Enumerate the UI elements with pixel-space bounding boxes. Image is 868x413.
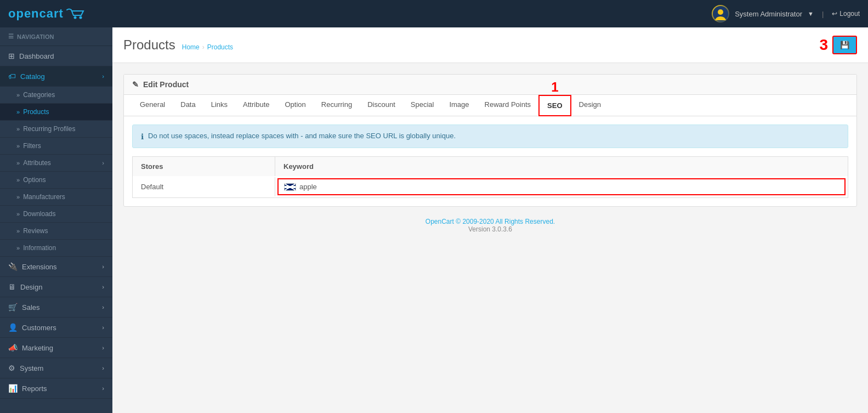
sidebar-nav-header: ☰ NAVIGATION	[0, 27, 112, 46]
avatar	[712, 5, 729, 22]
sidebar-item-reports[interactable]: 📊 Reports ›	[0, 378, 112, 399]
product-edit-card: ✎ Edit Product General Data Links Attrib…	[123, 74, 857, 207]
sidebar-item-reviews[interactable]: Reviews	[0, 223, 112, 240]
keyword-input[interactable]	[299, 183, 839, 191]
reports-icon: 📊	[8, 384, 18, 393]
sidebar-item-label: Reports	[22, 384, 47, 393]
seo-alert: ℹ Do not use spaces, instead replace spa…	[132, 125, 848, 148]
sidebar-item-information[interactable]: Information	[0, 240, 112, 257]
tab-recurring[interactable]: Recurring	[314, 95, 360, 116]
chevron-right-icon: ›	[102, 284, 104, 290]
sidebar-item-manufacturers[interactable]: Manufacturers	[0, 189, 112, 206]
sidebar-item-dashboard[interactable]: ⊞ Dashboard	[0, 46, 112, 66]
main-content: ✎ Edit Product General Data Links Attrib…	[112, 63, 868, 413]
sidebar-item-system[interactable]: ⚙ System ›	[0, 358, 112, 378]
breadcrumb-home[interactable]: Home	[182, 43, 200, 51]
chevron-right-icon: ›	[102, 73, 104, 80]
chevron-right-icon: ›	[102, 324, 104, 331]
store-cell: Default	[133, 177, 275, 196]
flag-gb-icon	[284, 183, 296, 191]
sidebar-item-label: Extensions	[22, 263, 57, 271]
extensions-icon: 🔌	[8, 262, 18, 271]
sidebar-item-label: Catalog	[20, 72, 45, 81]
sidebar-item-attributes[interactable]: Attributes ›	[0, 155, 112, 172]
tab-seo-wrap: 1 SEO	[538, 95, 571, 116]
tab-reward-points[interactable]: Reward Points	[477, 95, 539, 116]
tab-data[interactable]: Data	[173, 95, 203, 116]
sidebar-item-options[interactable]: Options	[0, 172, 112, 189]
seo-table-header: Stores Keyword	[132, 156, 848, 176]
dashboard-icon: ⊞	[8, 52, 15, 60]
sidebar-item-downloads[interactable]: Downloads	[0, 206, 112, 223]
sidebar-item-label: Sales	[22, 303, 40, 312]
sidebar-item-filters[interactable]: Filters	[0, 138, 112, 155]
annotation-1: 1	[551, 80, 558, 95]
tab-links[interactable]: Links	[203, 95, 235, 116]
tab-image[interactable]: Image	[441, 95, 476, 116]
user-dropdown-arrow[interactable]: ▼	[808, 10, 814, 17]
sidebar-item-catalog[interactable]: 🏷 Catalog ›	[0, 66, 112, 87]
sidebar-item-extensions[interactable]: 🔌 Extensions ›	[0, 257, 112, 277]
logout-label: Logout	[839, 10, 860, 18]
save-icon: 💾	[840, 41, 849, 49]
content-area: Products Home › Products 3 💾 ✎ Edit Prod…	[112, 27, 868, 413]
sidebar-item-products[interactable]: Products	[0, 104, 112, 121]
sidebar-item-label: Categories	[23, 91, 55, 99]
sales-icon: 🛒	[8, 303, 18, 312]
info-icon: ℹ	[141, 132, 144, 141]
card-title: Edit Product	[143, 80, 189, 89]
col-header-keyword: Keyword	[275, 157, 848, 176]
sidebar-item-label: Reviews	[23, 227, 48, 235]
logo-cart-icon	[66, 8, 86, 20]
customers-icon: 👤	[8, 323, 18, 332]
table-row: 2 Default	[132, 176, 848, 198]
logo: opencart	[8, 7, 86, 21]
save-button[interactable]: 💾	[832, 36, 857, 54]
tab-general[interactable]: General	[132, 95, 173, 116]
sidebar-item-customers[interactable]: 👤 Customers ›	[0, 318, 112, 338]
breadcrumb-products[interactable]: Products	[207, 43, 233, 51]
sidebar-item-design[interactable]: 🖥 Design ›	[0, 277, 112, 297]
page-title-area: Products Home › Products	[123, 37, 233, 53]
sidebar-item-label: Marketing	[22, 344, 53, 352]
sidebar-item-label: Products	[23, 108, 49, 116]
chevron-right-icon: ›	[102, 263, 104, 270]
page-title: Products	[123, 37, 175, 53]
sidebar-item-label: Attributes	[23, 159, 51, 167]
logout-button[interactable]: ↩ Logout	[832, 10, 860, 18]
breadcrumb: Home › Products	[182, 43, 233, 51]
tab-special[interactable]: Special	[403, 95, 442, 116]
col-header-store: Stores	[133, 157, 275, 176]
sidebar-item-label: Design	[20, 283, 42, 291]
tab-option[interactable]: Option	[277, 95, 314, 116]
page-footer: OpenCart © 2009-2020 All Rights Reserved…	[123, 207, 857, 244]
sidebar-item-marketing[interactable]: 📣 Marketing ›	[0, 338, 112, 358]
sidebar-item-label: Recurring Profiles	[23, 125, 75, 133]
main-layout: ☰ NAVIGATION ⊞ Dashboard 🏷 Catalog › Cat…	[0, 27, 868, 413]
hamburger-icon: ☰	[8, 33, 14, 40]
svg-point-0	[73, 16, 76, 19]
catalog-icon: 🏷	[8, 72, 16, 81]
version-text: Version 3.0.3.6	[134, 225, 846, 233]
page-header: Products Home › Products 3 💾	[112, 27, 868, 63]
keyword-input-wrap	[284, 183, 839, 191]
product-tabs: General Data Links Attribute Option Recu…	[124, 95, 856, 116]
tab-discount[interactable]: Discount	[360, 95, 403, 116]
system-icon: ⚙	[8, 364, 15, 372]
chevron-right-icon: ›	[102, 365, 104, 371]
user-name: System Administrator	[735, 10, 802, 18]
sidebar-item-label: Filters	[23, 142, 41, 150]
tab-seo[interactable]: SEO	[538, 95, 571, 116]
tab-attribute[interactable]: Attribute	[235, 95, 277, 116]
copyright-text: OpenCart © 2009-2020 All Rights Reserved…	[134, 218, 846, 225]
sidebar-item-recurring[interactable]: Recurring Profiles	[0, 121, 112, 138]
tab-design[interactable]: Design	[571, 95, 609, 116]
sidebar-item-label: Dashboard	[19, 52, 54, 60]
sidebar-item-label: Information	[23, 244, 56, 252]
pencil-icon: ✎	[132, 80, 139, 89]
sidebar-item-categories[interactable]: Categories	[0, 87, 112, 104]
logo-text: opencart	[8, 7, 64, 21]
sidebar-item-label: Downloads	[23, 210, 55, 218]
sidebar-item-sales[interactable]: 🛒 Sales ›	[0, 297, 112, 318]
nav-label: NAVIGATION	[17, 33, 54, 40]
